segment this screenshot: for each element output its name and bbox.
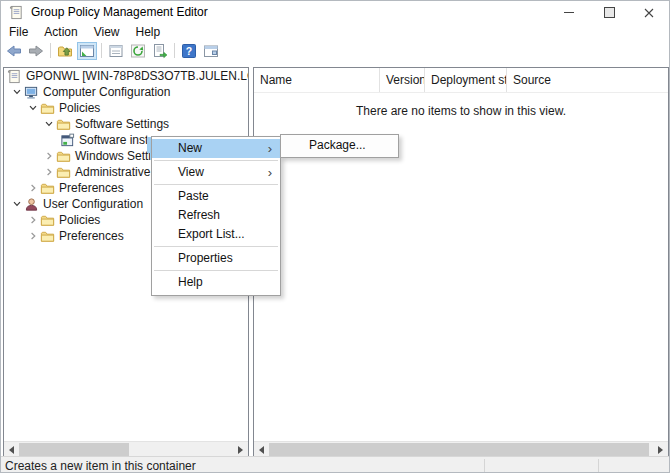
menu-item-label: Refresh (178, 208, 220, 222)
up-one-level-icon (57, 43, 73, 59)
back-icon (6, 43, 22, 59)
chevron-down-icon[interactable] (26, 103, 40, 113)
chevron-right-icon[interactable] (26, 215, 40, 225)
menu-separator (154, 184, 278, 185)
menu-bar: File Action View Help (1, 24, 669, 41)
context-menu-item-view[interactable]: View › (152, 163, 280, 182)
folder-icon (40, 213, 55, 228)
scroll-left-arrow[interactable] (254, 442, 269, 457)
column-header-name[interactable]: Name (254, 68, 380, 92)
status-bar: Creates a new item in this container (1, 456, 669, 472)
refresh-button[interactable] (128, 42, 148, 60)
context-menu-item-paste[interactable]: Paste (152, 187, 280, 206)
refresh-icon (130, 43, 146, 59)
new-window-button[interactable] (201, 42, 221, 60)
menu-separator (154, 270, 278, 271)
menu-action[interactable]: Action (36, 24, 85, 41)
menu-separator (154, 246, 278, 247)
context-menu-item-export-list[interactable]: Export List... (152, 225, 280, 244)
folder-icon (40, 101, 55, 116)
close-button[interactable] (629, 1, 669, 24)
tree-item-label: Preferences (59, 229, 124, 243)
context-menu: New › View › Paste Refresh Export List..… (151, 136, 281, 296)
show-console-tree-button[interactable] (77, 42, 97, 60)
menu-file[interactable]: File (1, 24, 36, 41)
chevron-down-icon[interactable] (10, 199, 24, 209)
tree-item-computer-configuration[interactable]: Computer Configuration (4, 84, 248, 100)
menu-help[interactable]: Help (128, 24, 169, 41)
tree-item-computer-policies[interactable]: Policies (4, 100, 248, 116)
help-button[interactable] (179, 42, 199, 60)
scrollbar-thumb[interactable] (269, 443, 649, 456)
toolbar (1, 41, 669, 60)
back-button[interactable] (4, 42, 24, 60)
up-one-level-button[interactable] (55, 42, 75, 60)
chevron-right-icon[interactable] (42, 167, 56, 177)
close-icon (644, 8, 654, 18)
window-title: Group Policy Management Editor (31, 1, 208, 24)
maximize-icon (604, 7, 615, 18)
chevron-right-icon[interactable] (42, 151, 56, 161)
forward-button[interactable] (26, 42, 46, 60)
tree-item-software-settings[interactable]: Software Settings (4, 116, 248, 132)
folder-icon (56, 117, 71, 132)
context-menu-item-new[interactable]: New › (152, 139, 280, 158)
tree-item-label: Preferences (59, 181, 124, 195)
toolbar-separator (50, 43, 51, 58)
context-menu-item-refresh[interactable]: Refresh (152, 206, 280, 225)
tree-item-label: Policies (59, 213, 100, 227)
folder-icon (40, 229, 55, 244)
context-menu-item-help[interactable]: Help (152, 273, 280, 292)
toolbar-separator (101, 43, 102, 58)
column-header-deployment-state[interactable]: Deployment st... (425, 68, 507, 92)
tree-item-label: Policies (59, 101, 100, 115)
new-submenu: Package... (280, 134, 399, 158)
scroll-left-arrow[interactable] (4, 442, 19, 457)
status-bar-divider (598, 459, 599, 472)
tree-item-gpo-root[interactable]: GPONWL [WIN-78P8DS3O7TB.JULEN.LOCAL] Pol… (4, 68, 248, 84)
tree-item-label: Computer Configuration (43, 85, 170, 99)
tree-item-label: Software Settings (75, 117, 169, 131)
scroll-right-arrow[interactable] (653, 442, 668, 457)
minimize-button[interactable] (549, 1, 589, 24)
column-header-source[interactable]: Source (507, 68, 668, 92)
folder-icon (56, 149, 71, 164)
menu-item-label: Export List... (178, 227, 245, 241)
context-menu-item-properties[interactable]: Properties (152, 249, 280, 268)
chevron-down-icon[interactable] (42, 119, 56, 129)
help-icon (181, 43, 197, 59)
submenu-item-package[interactable]: Package... (281, 136, 398, 155)
chevron-down-icon[interactable] (10, 87, 24, 97)
menu-view[interactable]: View (86, 24, 128, 41)
computer-icon (24, 85, 39, 100)
menu-separator (154, 160, 278, 161)
submenu-arrow-icon: › (268, 163, 272, 182)
chevron-right-icon[interactable] (26, 231, 40, 241)
menu-item-label: Paste (178, 189, 209, 203)
user-icon (24, 197, 39, 212)
gpo-app-icon (9, 5, 24, 20)
properties-icon (108, 43, 124, 59)
list-horizontal-scrollbar[interactable] (254, 441, 668, 457)
scrollbar-thumb[interactable] (19, 443, 129, 456)
scroll-right-arrow[interactable] (233, 442, 248, 457)
minimize-icon (564, 12, 574, 13)
maximize-button[interactable] (589, 1, 629, 24)
menu-item-label: Package... (309, 138, 366, 152)
chevron-right-icon[interactable] (26, 183, 40, 193)
folder-icon (56, 165, 71, 180)
menu-item-label: Properties (178, 251, 233, 265)
folder-icon (40, 181, 55, 196)
tree-horizontal-scrollbar[interactable] (4, 441, 248, 457)
tree-item-label: GPONWL [WIN-78P8DS3O7TB.JULEN.LOCAL] Pol… (26, 69, 248, 83)
results-panel: Name Version Deployment st... Source The… (253, 67, 669, 458)
empty-list-message: There are no items to show in this view. (254, 104, 668, 118)
gpo-scroll-icon (7, 69, 22, 84)
export-list-button[interactable] (150, 42, 170, 60)
tree-item-label: User Configuration (43, 197, 143, 211)
column-header-version[interactable]: Version (380, 68, 425, 92)
menu-item-label: View (178, 165, 204, 179)
properties-button[interactable] (106, 42, 126, 60)
new-window-icon (203, 43, 219, 59)
show-console-tree-icon (79, 43, 95, 59)
